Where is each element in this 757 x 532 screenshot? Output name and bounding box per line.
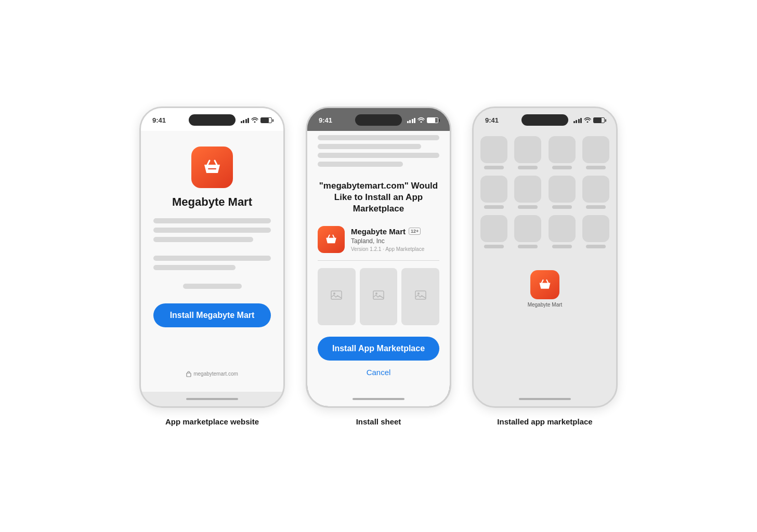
phone2: 9:41 xyxy=(306,107,451,408)
line xyxy=(153,265,236,270)
home-grid-row2 xyxy=(479,176,611,209)
ghost-app-11 xyxy=(547,215,577,248)
caption-2: Install sheet xyxy=(356,417,401,426)
content-lines-1 xyxy=(153,218,271,289)
dynamic-island-1 xyxy=(189,114,236,126)
ghost-app-6 xyxy=(513,176,543,209)
line xyxy=(153,237,253,242)
cancel-button[interactable]: Cancel xyxy=(307,364,450,381)
screenshot-3 xyxy=(401,268,439,325)
app-info-developer: Tapland, Inc xyxy=(351,237,424,245)
battery-icon-1 xyxy=(260,117,272,123)
website-url: megabytemart.com xyxy=(193,371,238,377)
image-icon-3 xyxy=(415,290,426,302)
phone1: 9:41 xyxy=(139,107,285,408)
install-megabyte-mart-button[interactable]: Install Megabyte Mart xyxy=(153,303,271,327)
svg-rect-5 xyxy=(415,291,426,299)
phone1-content: Megabyte Mart Install Megabyte Mart xyxy=(141,131,283,392)
home-indicator-3 xyxy=(474,392,616,406)
wifi-icon-3 xyxy=(584,117,591,124)
svg-rect-0 xyxy=(187,373,191,377)
ghost-app-1 xyxy=(479,136,509,169)
image-icon-2 xyxy=(373,290,384,302)
line xyxy=(318,162,403,167)
app-name-large: Megabyte Mart xyxy=(172,195,252,209)
time-3: 9:41 xyxy=(485,116,499,124)
signal-icon-2 xyxy=(407,118,416,123)
wifi-icon-2 xyxy=(417,117,425,124)
installed-app[interactable]: Megabyte Mart xyxy=(528,265,563,308)
time-1: 9:41 xyxy=(152,116,166,124)
signal-icon-3 xyxy=(573,118,582,123)
home-indicator-1 xyxy=(141,392,283,406)
phones-container: 9:41 xyxy=(139,107,618,426)
phone3: 9:41 xyxy=(472,107,618,408)
caption-1: App marketplace website xyxy=(165,417,259,426)
time-2: 9:41 xyxy=(319,116,332,124)
phone3-content: Megabyte Mart xyxy=(474,131,616,392)
home-indicator-2 xyxy=(307,392,450,406)
ghost-app-4 xyxy=(581,136,611,169)
svg-rect-3 xyxy=(373,291,384,299)
screenshot-2 xyxy=(360,268,398,325)
ghost-app-5 xyxy=(479,176,509,209)
sheet-bg-lines xyxy=(307,135,450,167)
dialog-title: "megabytemart.com" Would Like to Install… xyxy=(307,173,450,221)
line xyxy=(153,228,271,233)
dynamic-island-2 xyxy=(355,114,402,126)
home-bar-3 xyxy=(519,398,571,400)
status-icons-3 xyxy=(573,117,605,124)
website-footer: megabytemart.com xyxy=(186,371,238,381)
home-bar-2 xyxy=(353,398,404,400)
ghost-app-3 xyxy=(547,136,577,169)
signal-icon-1 xyxy=(241,118,250,123)
svg-rect-1 xyxy=(331,291,342,299)
ghost-app-7 xyxy=(547,176,577,209)
ghost-app-8 xyxy=(581,176,611,209)
ghost-app-10 xyxy=(513,215,543,248)
ghost-app-2 xyxy=(513,136,543,169)
line xyxy=(318,144,421,149)
line xyxy=(153,256,271,261)
phone2-content: "megabytemart.com" Would Like to Install… xyxy=(307,131,450,392)
dynamic-island-3 xyxy=(521,114,568,126)
age-badge: 12+ xyxy=(409,228,421,235)
line xyxy=(153,218,271,223)
battery-icon-2 xyxy=(427,117,438,123)
line xyxy=(318,153,439,158)
phone3-wrapper: 9:41 xyxy=(472,107,618,426)
phone2-wrapper: 9:41 xyxy=(306,107,451,426)
separator-1 xyxy=(318,260,439,261)
status-icons-2 xyxy=(407,117,439,124)
status-icons-1 xyxy=(241,117,272,124)
app-icon-large-1 xyxy=(191,147,233,188)
home-bar-1 xyxy=(186,398,238,400)
svg-point-2 xyxy=(333,292,335,295)
install-marketplace-button[interactable]: Install App Marketplace xyxy=(318,337,439,361)
app-icon-small xyxy=(318,226,345,253)
line xyxy=(183,284,242,289)
image-icon-1 xyxy=(331,290,342,302)
svg-point-6 xyxy=(417,292,420,295)
svg-point-4 xyxy=(375,292,377,295)
home-grid-row3 xyxy=(479,215,611,248)
app-info-name: Megabyte Mart 12+ xyxy=(351,227,424,236)
home-grid-row1 xyxy=(479,136,611,169)
screenshot-1 xyxy=(318,268,356,325)
app-info-row: Megabyte Mart 12+ Tapland, Inc Version 1… xyxy=(307,221,450,258)
phone1-wrapper: 9:41 xyxy=(139,107,285,426)
ghost-app-12 xyxy=(581,215,611,248)
ghost-app-9 xyxy=(479,215,509,248)
line xyxy=(318,135,439,140)
installed-app-label: Megabyte Mart xyxy=(528,302,563,308)
installed-app-icon xyxy=(530,270,559,299)
screenshots-row xyxy=(307,263,450,330)
app-info-version: Version 1.2.1 · App Marketplace xyxy=(351,246,424,252)
caption-3: Installed app marketplace xyxy=(497,417,592,426)
app-info-text: Megabyte Mart 12+ Tapland, Inc Version 1… xyxy=(351,227,424,252)
battery-icon-3 xyxy=(593,117,605,123)
wifi-icon-1 xyxy=(251,117,258,124)
